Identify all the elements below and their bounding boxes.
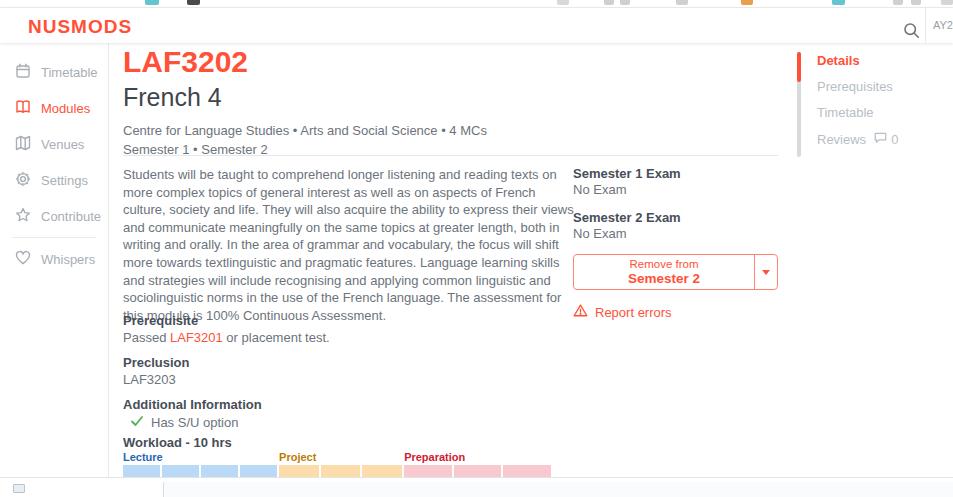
remove-from-semester-button[interactable]: Remove from Semester 2 [573, 254, 778, 290]
favicon-fragment [557, 0, 569, 5]
exam-heading: Semester 2 Exam [573, 210, 778, 226]
search-icon[interactable] [898, 17, 924, 43]
module-description: Students will be taught to comprehend lo… [123, 166, 579, 324]
prerequisite-prefix: Passed [123, 330, 170, 345]
chevron-down-icon [762, 270, 770, 275]
sidebar-item-whispers[interactable]: Whispers [0, 241, 108, 277]
workload-heading: Workload - 10 hrs [123, 435, 551, 450]
star-icon [15, 207, 31, 226]
module-details: Prerequisite Passed LAF3201 or placement… [123, 313, 579, 432]
semester1-exam: Semester 1 Exam No Exam [573, 166, 778, 198]
sidebar-item-label: Timetable [41, 65, 98, 80]
nusmods-logo[interactable]: NUSMODS [28, 16, 132, 38]
favicon-fragment [911, 0, 921, 5]
acad-year-selector[interactable]: AY20 [933, 19, 953, 31]
nav-item-timetable[interactable]: Timetable [817, 105, 898, 121]
workload-segment-label: Preparation [404, 451, 551, 464]
sidebar-item-contribute[interactable]: Contribute [0, 198, 108, 234]
favicon-fragment [832, 0, 845, 5]
heart-icon [15, 250, 31, 269]
nav-item-details[interactable]: Details [817, 53, 898, 69]
sidebar-item-label: Contribute [41, 209, 101, 224]
reviews-count: 0 [874, 131, 898, 148]
page-nav-items: Details Prerequisites Timetable Reviews … [817, 53, 898, 158]
page-fragment-icon [13, 484, 25, 493]
reviews-count-value: 0 [891, 132, 898, 148]
sidebar-item-settings[interactable]: Settings [0, 162, 108, 198]
main-sidebar: Timetable Modules Venues [0, 43, 109, 477]
additional-info-heading: Additional Information [123, 397, 579, 413]
report-errors-label: Report errors [595, 305, 672, 320]
scroll-track [797, 52, 801, 157]
module-link-laf3201[interactable]: LAF3201 [170, 330, 223, 345]
sidebar-item-timetable[interactable]: Timetable [0, 54, 108, 90]
nav-item-prerequisites[interactable]: Prerequisites [817, 79, 898, 95]
prerequisite-suffix: or placement test. [223, 330, 330, 345]
remove-from-semester-main[interactable]: Remove from Semester 2 [574, 255, 754, 289]
exam-value: No Exam [573, 226, 778, 242]
sidebar-divider [12, 237, 96, 238]
remove-semester-label: Semester 2 [628, 271, 700, 287]
prerequisite-text: Passed LAF3201 or placement test. [123, 330, 579, 346]
bottom-right-area [163, 482, 953, 497]
exam-column: Semester 1 Exam No Exam Semester 2 Exam … [573, 166, 778, 321]
header-divider [925, 8, 926, 43]
check-icon [130, 414, 144, 432]
comment-icon [874, 131, 887, 148]
semester2-exam: Semester 2 Exam No Exam [573, 210, 778, 242]
bookmarks-strip [0, 0, 953, 8]
nav-item-label: Reviews [817, 132, 866, 148]
su-option-label: Has S/U option [151, 415, 238, 431]
favicon-fragment [604, 0, 614, 5]
report-errors-link[interactable]: Report errors [573, 303, 778, 321]
sidebar-item-label: Settings [41, 173, 88, 188]
module-title: French 4 [123, 82, 779, 112]
content-divider [123, 155, 778, 156]
module-info: Centre for Language Studies • Arts and S… [123, 121, 779, 159]
workload-segment-label: Project [279, 451, 402, 464]
sidebar-item-label: Modules [41, 101, 90, 116]
prerequisite-heading: Prerequisite [123, 313, 579, 329]
nav-item-reviews[interactable]: Reviews 0 [817, 131, 898, 148]
nusmods-module-page: NUSMODS AY20 Timetable [0, 0, 953, 497]
workload-section: Workload - 10 hrs LectureProjectPreparat… [123, 435, 551, 482]
favicon-fragment [893, 0, 903, 5]
calendar-icon [15, 63, 31, 82]
remove-label: Remove from [629, 257, 698, 271]
sidebar-item-modules[interactable]: Modules [0, 90, 108, 126]
su-option-row: Has S/U option [123, 414, 579, 432]
favicon-fragment [145, 0, 159, 5]
exam-value: No Exam [573, 182, 778, 198]
viewport-bottom-strip [0, 478, 953, 497]
favicon-fragment [187, 0, 200, 5]
sidebar-item-label: Venues [41, 137, 84, 152]
favicon-fragment [941, 0, 953, 5]
sidebar-item-venues[interactable]: Venues [0, 126, 108, 162]
exam-heading: Semester 1 Exam [573, 166, 778, 182]
favicon-fragment [676, 0, 688, 5]
module-code: LAF3202 [123, 45, 779, 79]
app-header: NUSMODS AY20 [0, 8, 953, 43]
scroll-indicator [797, 52, 801, 82]
workload-segment-label: Lecture [123, 451, 277, 464]
favicon-fragment [620, 0, 630, 5]
module-content: LAF3202 French 4 Centre for Language Stu… [123, 43, 779, 477]
favicon-fragment [741, 0, 753, 5]
book-icon [15, 99, 31, 118]
preclusion-heading: Preclusion [123, 355, 579, 371]
semester-dropdown-toggle[interactable] [754, 255, 777, 289]
module-info-line2: Semester 1 • Semester 2 [123, 140, 779, 159]
preclusion-text: LAF3203 [123, 372, 579, 388]
module-info-line1: Centre for Language Studies • Arts and S… [123, 121, 779, 140]
gear-icon [15, 171, 31, 190]
map-icon [15, 135, 31, 154]
sidebar-item-label: Whispers [41, 252, 95, 267]
